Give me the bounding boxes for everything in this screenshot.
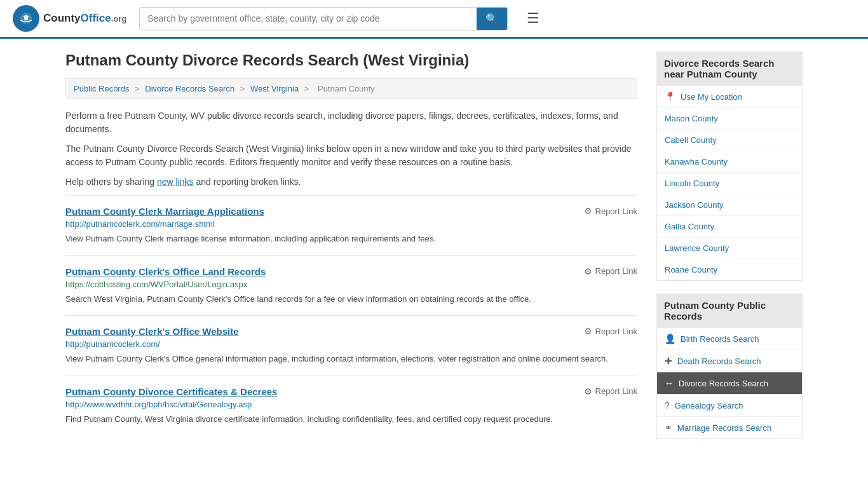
result-title-2[interactable]: Putnam County Clerk's Office Website — [65, 326, 239, 337]
question-icon: ? — [665, 400, 670, 410]
search-input[interactable] — [140, 8, 477, 30]
result-desc-0: View Putnam County Clerk marriage licens… — [65, 233, 637, 245]
intro-p1: Perform a free Putnam County, WV public … — [65, 109, 637, 136]
breadcrumb-sep-0: > — [135, 84, 140, 93]
sidebar-county-label-2: Kanawha County — [665, 157, 728, 166]
sidebar-marriage-label: Marriage Records Search — [677, 423, 771, 433]
rings-icon: ⚭ — [665, 423, 672, 433]
breadcrumb-sep-2: > — [304, 84, 309, 93]
sidebar-county-5[interactable]: Gallia County — [657, 216, 802, 238]
report-label-0: Report Link — [595, 207, 637, 216]
sidebar-county-label-6: Lawrence County — [665, 243, 729, 253]
main-container: Putnam County Divorce Records Search (We… — [53, 39, 815, 464]
sidebar-county-label-4: Jackson County — [665, 200, 724, 210]
result-header-0: Putnam County Clerk Marriage Application… — [65, 206, 637, 217]
breadcrumb: Public Records > Divorce Records Search … — [65, 78, 637, 99]
report-label-2: Report Link — [595, 327, 637, 336]
svg-point-2 — [24, 17, 28, 20]
result-header-1: Putnam County Clerk's Office Land Record… — [65, 266, 637, 277]
sidebar-divorce-label: Divorce Records Search — [679, 379, 768, 388]
report-icon-3: ⚙ — [584, 386, 592, 396]
sidebar-public-records-title: Putnam County Public Records — [656, 294, 803, 328]
use-location-label: Use My Location — [681, 92, 742, 102]
header: CountyOffice.org 🔍 ☰ — [0, 0, 868, 39]
sidebar-genealogy-label: Genealogy Search — [675, 401, 743, 410]
search-button[interactable]: 🔍 — [477, 8, 507, 30]
report-label-1: Report Link — [595, 266, 637, 276]
sidebar-county-label-0: Mason County — [665, 114, 718, 123]
report-icon-1: ⚙ — [584, 266, 592, 276]
report-link-3[interactable]: ⚙ Report Link — [584, 386, 637, 396]
sidebar-county-label-1: Cabell County — [665, 135, 717, 145]
sidebar-county-label-3: Lincoln County — [665, 179, 719, 188]
breadcrumb-sep-1: > — [240, 84, 245, 93]
sidebar-death-records[interactable]: ✚ Death Records Search — [657, 350, 802, 372]
result-item-2: Putnam County Clerk's Office Website ⚙ R… — [65, 315, 637, 376]
result-desc-2: View Putnam County Clerk's Office genera… — [65, 353, 637, 365]
search-bar[interactable]: 🔍 — [139, 7, 508, 30]
breadcrumb-link-0[interactable]: Public Records — [74, 84, 129, 93]
cross-icon: ✚ — [665, 356, 672, 366]
result-url-3[interactable]: http://www.wvdhhr.org/bph/hsc/vital/Gene… — [65, 400, 637, 409]
sidebar-county-3[interactable]: Lincoln County — [657, 173, 802, 194]
result-item-3: Putnam County Divorce Certificates & Dec… — [65, 376, 637, 436]
sidebar-county-2[interactable]: Kanawha County — [657, 151, 802, 173]
sidebar-county-label-7: Roane County — [665, 265, 717, 274]
result-desc-1: Search West Virginia, Putnam County Cler… — [65, 293, 637, 306]
report-link-0[interactable]: ⚙ Report Link — [584, 206, 637, 216]
sidebar-county-4[interactable]: Jackson County — [657, 194, 802, 216]
intro-p3-post: and reporting broken links. — [194, 177, 301, 187]
person-icon: 👤 — [665, 334, 675, 344]
content-area: Putnam County Divorce Records Search (We… — [65, 51, 637, 452]
result-desc-3: Find Putnam County, West Virginia divorc… — [65, 413, 637, 426]
report-label-3: Report Link — [595, 386, 637, 396]
result-title-3[interactable]: Putnam County Divorce Certificates & Dec… — [65, 386, 277, 397]
sidebar-nearby-section: Divorce Records Search near Putnam Count… — [656, 51, 803, 281]
sidebar-county-label-5: Gallia County — [665, 222, 714, 231]
breadcrumb-link-1[interactable]: Divorce Records Search — [145, 84, 234, 93]
sidebar-death-label: Death Records Search — [677, 356, 761, 366]
intro-p3: Help others by sharing new links and rep… — [65, 175, 637, 189]
new-links-link[interactable]: new links — [157, 177, 194, 187]
sidebar-county-0[interactable]: Mason County — [657, 108, 802, 130]
sidebar-birth-label: Birth Records Search — [681, 334, 759, 344]
breadcrumb-link-2[interactable]: West Virginia — [250, 84, 299, 93]
result-title-0[interactable]: Putnam County Clerk Marriage Application… — [65, 206, 264, 217]
result-item-1: Putnam County Clerk's Office Land Record… — [65, 255, 637, 316]
breadcrumb-current: Putnam County — [318, 84, 375, 93]
logo-text: CountyOffice.org — [43, 12, 126, 25]
sidebar-county-7[interactable]: Roane County — [657, 259, 802, 280]
result-url-0[interactable]: http://putnamcoclerk.com/marriage.shtml — [65, 219, 637, 229]
intro-p3-pre: Help others by sharing — [65, 177, 157, 187]
location-icon: 📍 — [665, 92, 675, 102]
result-title-1[interactable]: Putnam County Clerk's Office Land Record… — [65, 266, 266, 277]
result-url-1[interactable]: https://cotthosting.com/WVPortal/User/Lo… — [65, 280, 637, 289]
sidebar-public-records-section: Putnam County Public Records 👤 Birth Rec… — [656, 294, 803, 439]
results-container: Putnam County Clerk Marriage Application… — [65, 195, 637, 435]
result-header-2: Putnam County Clerk's Office Website ⚙ R… — [65, 326, 637, 337]
result-header-3: Putnam County Divorce Certificates & Dec… — [65, 386, 637, 397]
sidebar: Divorce Records Search near Putnam Count… — [656, 51, 803, 452]
sidebar-county-1[interactable]: Cabell County — [657, 130, 802, 151]
sidebar-birth-records[interactable]: 👤 Birth Records Search — [657, 328, 802, 350]
result-item-0: Putnam County Clerk Marriage Application… — [65, 195, 637, 255]
page-title: Putnam County Divorce Records Search (We… — [65, 51, 637, 69]
sidebar-use-location[interactable]: 📍 Use My Location — [657, 86, 802, 108]
sidebar-nearby-list: 📍 Use My Location Mason County Cabell Co… — [656, 86, 803, 281]
logo[interactable]: CountyOffice.org — [13, 5, 126, 32]
menu-icon[interactable]: ☰ — [527, 10, 539, 27]
sidebar-genealogy[interactable]: ? Genealogy Search — [657, 395, 802, 417]
logo-icon — [13, 5, 39, 32]
sidebar-county-6[interactable]: Lawrence County — [657, 238, 802, 259]
report-link-1[interactable]: ⚙ Report Link — [584, 266, 637, 276]
intro-p2: The Putnam County Divorce Records Search… — [65, 142, 637, 169]
sidebar-marriage-records[interactable]: ⚭ Marriage Records Search — [657, 417, 802, 438]
arrows-icon: ↔ — [665, 378, 674, 388]
sidebar-public-records-list: 👤 Birth Records Search ✚ Death Records S… — [656, 328, 803, 439]
result-url-2[interactable]: http://putnamcoclerk.com/ — [65, 339, 637, 349]
report-link-2[interactable]: ⚙ Report Link — [584, 326, 637, 336]
sidebar-nearby-title: Divorce Records Search near Putnam Count… — [656, 51, 803, 86]
report-icon-0: ⚙ — [584, 206, 592, 216]
sidebar-divorce-records[interactable]: ↔ Divorce Records Search — [657, 372, 802, 395]
report-icon-2: ⚙ — [584, 326, 592, 336]
